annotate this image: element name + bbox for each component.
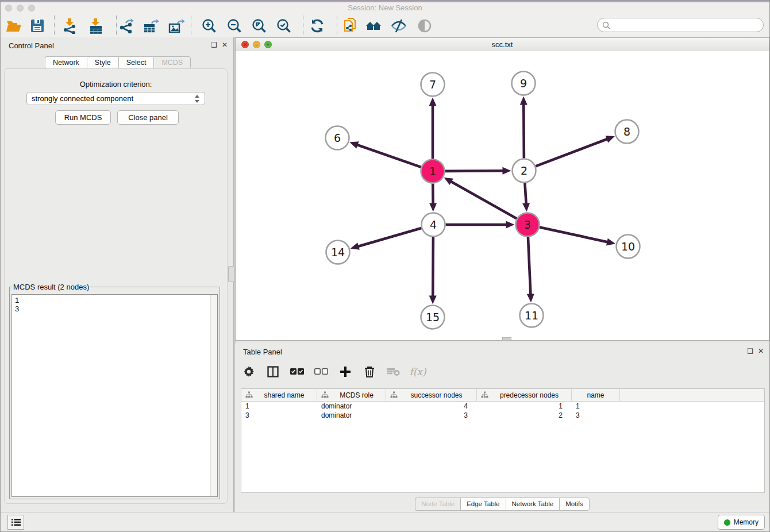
import-table-icon[interactable] [87,17,105,35]
dropdown-stepper-icon [194,94,200,103]
table-tab-edge-table[interactable]: Edge Table [460,498,505,511]
apply-layout-icon[interactable] [308,17,326,35]
graph-node-label: 8 [623,125,630,138]
network-window-titlebar[interactable]: ✕ − + scc.txt [236,38,769,52]
open-file-icon[interactable] [5,17,23,35]
memory-status-dot [724,519,730,526]
table-cell[interactable]: 3 [386,411,477,420]
zoom-selected-icon[interactable] [275,17,293,35]
graph-edge-arrow [429,98,437,106]
control-tab-network[interactable]: Network [45,56,87,69]
table-cell[interactable]: 1 [477,402,572,411]
graph-edge-arrow [502,167,511,175]
graph-node-label: 15 [426,311,440,323]
graph-edge-arrow [522,203,530,211]
table-tab-motifs[interactable]: Motifs [559,498,590,511]
create-column-icon[interactable] [337,364,353,380]
hide-graphics-details-icon[interactable] [390,17,408,35]
table-cell[interactable]: 1 [572,402,620,411]
control-panel-title: Control Panel [9,41,54,50]
table-cell[interactable]: dominator [317,402,386,411]
column-header-successor-nodes[interactable]: successor nodes [386,389,477,401]
zoom-out-icon[interactable] [225,17,244,35]
table-cell[interactable]: 1 [241,402,317,411]
task-history-button[interactable] [7,515,24,530]
title-bar: Session: New Session [1,1,769,14]
run-mcds-button[interactable]: Run MCDS [55,110,111,125]
float-table-panel-icon[interactable]: ❑ [747,348,753,355]
optimization-criterion-select[interactable]: strongly connected component [26,92,205,105]
column-header-MCDS-role[interactable]: MCDS role [317,389,386,401]
delete-table-icon[interactable] [386,364,402,380]
column-header-name[interactable]: name [572,389,620,401]
export-image-icon[interactable] [167,17,186,35]
graph-node-label: 14 [331,246,345,259]
table-row[interactable]: 1dominator411 [241,402,764,411]
search-input[interactable] [613,21,763,30]
toolbar-separator [191,16,191,35]
mcds-result-text[interactable]: 1 3 [11,294,218,497]
graph-edge-arrow [606,238,615,246]
graph-edge-2-8[interactable] [536,138,609,166]
table-header-row: shared nameMCDS rolesuccessor nodesprede… [241,389,764,402]
table-tab-network-table[interactable]: Network Table [506,498,560,511]
graph-edge-3-11[interactable] [528,237,531,295]
toggle-graphics-details-icon[interactable] [415,17,434,35]
import-network-icon[interactable] [61,17,79,35]
delete-column-icon[interactable] [361,364,378,380]
graph-edge-1-2[interactable] [445,171,504,171]
search-box[interactable] [597,18,764,32]
graph-edge-2-9[interactable] [523,103,524,158]
zoom-fit-icon[interactable] [250,17,268,35]
close-panel-button[interactable]: Close panel [117,110,179,125]
graph-node-label: 1 [429,165,436,178]
graph-node-label: 9 [520,77,527,90]
close-panel-icon[interactable]: ✕ [222,41,228,49]
network-canvas[interactable]: 7968124314101511 [236,51,769,340]
close-table-panel-icon[interactable]: ✕ [758,348,764,355]
show-column-panel-icon[interactable] [265,364,281,380]
panel-split-handle[interactable] [228,266,234,282]
graph-node-label: 10 [621,240,635,253]
select-all-columns-icon[interactable] [289,364,305,380]
result-scrollbar[interactable] [210,295,217,496]
control-tab-select[interactable]: Select [118,56,154,69]
control-tab-mcds[interactable]: MCDS [153,56,191,69]
export-table-icon[interactable] [142,17,160,35]
clone-network-icon[interactable] [341,17,359,35]
graph-edge-1-6[interactable] [356,144,421,167]
mcds-panel: Optimization criterion: strongly connect… [4,68,228,504]
table-cell[interactable]: 3 [572,411,620,420]
graph-edge-arrow [351,242,360,249]
table-cell[interactable]: 2 [477,411,572,420]
graph-edge-4-14[interactable] [357,228,421,246]
function-builder-icon: f(x) [410,364,426,380]
zoom-in-icon[interactable] [200,17,218,35]
column-header-predecessor-nodes[interactable]: predecessor nodes [477,389,572,401]
status-bar: Memory [1,512,769,531]
table-cell[interactable]: 3 [241,411,317,420]
graph-edge-3-1[interactable] [450,181,517,219]
save-session-icon[interactable] [28,17,47,35]
memory-button-label: Memory [734,518,759,526]
table-row[interactable]: 3dominator323 [241,411,764,420]
graph-edge-4-15[interactable] [433,237,433,297]
graph-edge-2-3[interactable] [525,183,526,205]
control-tab-style[interactable]: Style [87,56,118,69]
show-all-networks-icon[interactable] [364,17,383,35]
graph-edge-3-10[interactable] [540,228,609,242]
main-toolbar [1,13,769,38]
node-table[interactable]: shared nameMCDS rolesuccessor nodesprede… [241,388,765,493]
float-panel-icon[interactable]: ❑ [211,41,217,49]
column-header-shared-name[interactable]: shared name [241,389,317,401]
table-tab-node-table[interactable]: Node Table [415,498,460,511]
toolbar-separator [337,16,337,35]
table-cell[interactable]: dominator [317,411,386,420]
unselect-all-columns-icon[interactable] [313,364,329,380]
table-panel-title: Table Panel [243,348,282,356]
memory-button[interactable]: Memory [718,515,765,530]
table-cell[interactable]: 4 [386,402,477,411]
table-settings-gear-icon[interactable] [241,364,257,380]
export-network-icon[interactable] [117,17,136,35]
network-resize-grip[interactable] [502,337,511,340]
